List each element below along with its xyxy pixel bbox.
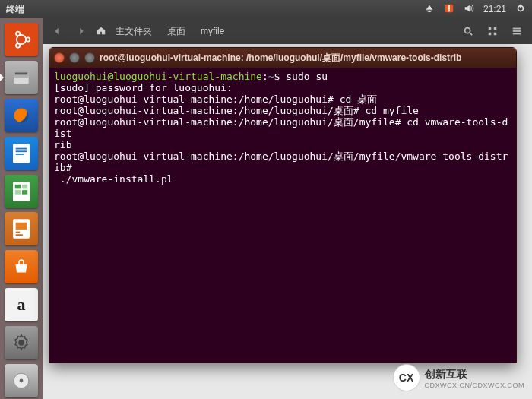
svg-point-32 [18, 340, 24, 346]
svg-rect-20 [16, 147, 27, 149]
watermark-name: 创新互联 [425, 368, 467, 380]
launcher-calc[interactable] [3, 173, 40, 210]
crumb-home[interactable]: 主文件夹 [109, 22, 158, 41]
clock[interactable]: 21:21 [483, 4, 506, 14]
svg-rect-17 [14, 75, 29, 78]
window-minimize-button[interactable] [69, 52, 80, 63]
launcher-dash[interactable] [3, 21, 40, 58]
svg-rect-7 [494, 33, 497, 36]
svg-rect-9 [513, 30, 521, 32]
launcher-firefox[interactable] [3, 97, 40, 134]
home-icon[interactable] [96, 25, 106, 38]
watermark-url: CDXWCX.CN/CDXWCX.COM [425, 382, 525, 389]
network-icon[interactable] [424, 3, 435, 16]
crumb-desktop[interactable]: 桌面 [161, 22, 192, 41]
svg-point-3 [465, 28, 470, 33]
view-grid-button[interactable] [482, 21, 503, 41]
files-toolbar: 主文件夹 桌面 myfile [43, 18, 532, 44]
launcher-files[interactable] [3, 59, 40, 96]
back-button[interactable] [47, 21, 67, 41]
launcher-amazon[interactable]: a [3, 287, 40, 323]
svg-rect-4 [489, 27, 492, 30]
svg-rect-5 [494, 27, 497, 30]
system-menubar: 终端 21:21 [0, 0, 532, 18]
view-list-button[interactable] [506, 21, 527, 41]
terminal-title: root@luoguohui-virtual-machine: /home/lu… [100, 52, 461, 65]
system-tray: 21:21 [424, 3, 526, 16]
session-icon[interactable] [515, 3, 526, 16]
svg-rect-31 [16, 235, 23, 236]
watermark: CX 创新互联 CDXWCX.CN/CDXWCX.COM [393, 364, 525, 391]
unity-launcher: a [0, 18, 43, 399]
svg-point-14 [16, 43, 20, 47]
svg-point-13 [16, 31, 20, 35]
terminal-window: root@luoguohui-virtual-machine: /home/lu… [49, 47, 517, 363]
svg-rect-30 [16, 232, 21, 233]
window-close-button[interactable] [54, 52, 65, 63]
svg-point-12 [26, 37, 30, 41]
svg-rect-25 [22, 184, 27, 188]
active-app-title: 终端 [6, 3, 24, 16]
svg-rect-26 [15, 190, 21, 195]
svg-point-34 [20, 379, 24, 383]
launcher-impress[interactable] [3, 211, 40, 248]
watermark-logo: CX [393, 364, 420, 391]
svg-rect-21 [16, 150, 27, 152]
launcher-software[interactable] [3, 249, 40, 285]
launcher-settings[interactable] [3, 325, 40, 361]
svg-rect-22 [16, 154, 24, 155]
svg-rect-8 [513, 28, 521, 30]
terminal-body[interactable]: luoguohui@luoguohui-virtual-machine:~$ s… [49, 68, 516, 363]
svg-rect-6 [489, 33, 492, 36]
launcher-disc[interactable] [3, 363, 40, 399]
sound-icon[interactable] [464, 3, 474, 16]
update-icon[interactable] [444, 3, 454, 16]
svg-rect-15 [15, 72, 27, 74]
search-button[interactable] [458, 21, 479, 41]
svg-rect-10 [513, 33, 521, 35]
breadcrumb: 主文件夹 桌面 myfile [96, 22, 230, 41]
svg-rect-27 [22, 190, 27, 195]
launcher-writer[interactable] [3, 135, 40, 172]
svg-rect-2 [520, 4, 521, 8]
svg-rect-29 [16, 223, 27, 230]
terminal-titlebar[interactable]: root@luoguohui-virtual-machine: /home/lu… [49, 48, 516, 68]
crumb-myfile[interactable]: myfile [195, 23, 230, 40]
svg-point-11 [17, 35, 26, 44]
forward-button[interactable] [71, 21, 91, 41]
window-maximize-button[interactable] [84, 52, 95, 63]
svg-rect-24 [15, 184, 21, 188]
